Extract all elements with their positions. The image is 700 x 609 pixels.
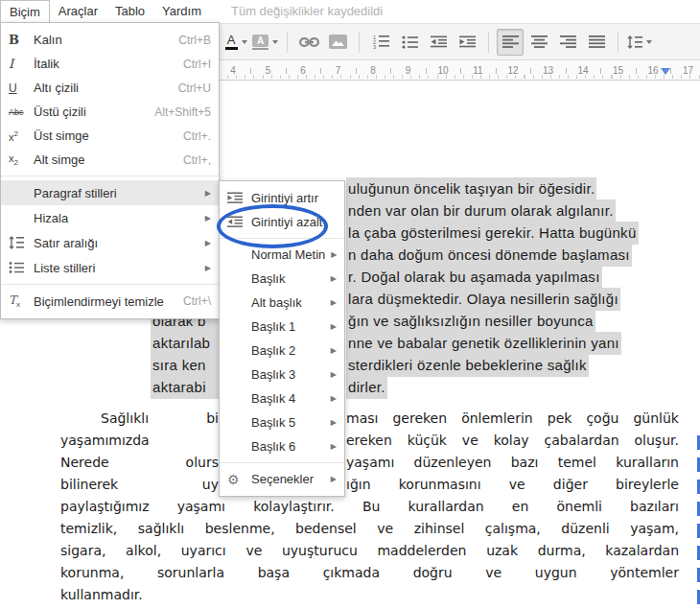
bullet-list-icon [402, 35, 418, 49]
submenu-arrow-icon: ▶ [331, 274, 337, 283]
ruler-tick [600, 68, 601, 74]
ruler-number: 16 [647, 65, 658, 76]
menu-item-label: Normal Metin [251, 247, 325, 262]
align-left-button[interactable] [497, 29, 524, 56]
highlight-color-button[interactable]: A [251, 29, 279, 56]
menu-item-heading-5[interactable]: Başlık 5▶ [220, 410, 344, 434]
menu-item-subtitle[interactable]: Alt başlık▶ [220, 291, 344, 315]
doc-line: aktarabidirler. [0, 379, 700, 401]
menubar-item-tablo[interactable]: Tablo [106, 0, 153, 22]
doc-text-selected: nne ve babalar genetik özelliklerinin ya… [346, 332, 621, 355]
menu-item-indent-increase[interactable]: Girintiyi artır [220, 186, 344, 210]
menu-item-subscript[interactable]: x2Alt simgeCtrl+, [1, 148, 219, 172]
insert-image-button[interactable] [324, 29, 351, 56]
doc-text: sigara,alkol,uyarıcıveuyuşturucumaddeler… [60, 543, 679, 558]
submenu-arrow-icon: ▶ [331, 394, 337, 403]
align-justify-button[interactable] [583, 29, 610, 56]
ruler-number: 10 [437, 65, 448, 76]
line-spacing-button[interactable] [626, 29, 653, 56]
ruler-number: 17 [683, 65, 693, 76]
ruler-tick [250, 68, 251, 74]
menu-item-heading-4[interactable]: Başlık 4▶ [220, 386, 344, 410]
doc-text: temizlik,sağlıklıbeslenme,bedenselvezihi… [60, 521, 679, 536]
menu-item-bold[interactable]: BKalınCtrl+B [1, 28, 219, 52]
google-docs-window: uluğunun öncelik taşıyan bir öğesidir.nd… [0, 0, 700, 609]
submenu-arrow-icon: ▶ [331, 370, 337, 379]
submenu-arrow-icon: ▶ [331, 442, 337, 451]
menu-item-label: Başlık 3 [251, 367, 325, 382]
line-spacing-icon [627, 35, 642, 49]
submenu-arrow-icon: ▶ [331, 418, 337, 427]
ruler-tick [566, 68, 567, 74]
menu-item-clear-formatting[interactable]: TxBiçimlendirmeyi temizleCtrl+\ [1, 289, 219, 314]
text-color-icon: A [225, 35, 238, 50]
menu-item-shortcut: Ctrl+I [183, 58, 211, 71]
menu-item-title[interactable]: Başlık▶ [220, 267, 344, 291]
doc-text-selected: aktarabi [151, 376, 222, 399]
menu-item-indent-decrease[interactable]: Girintiyi azalt [220, 210, 344, 234]
menu-item-options[interactable]: ⚙Seçenekler▶ [220, 467, 344, 491]
menu-item-shortcut: Ctrl+U [178, 82, 211, 95]
menu-item-strikethrough[interactable]: AbcÜstü çiziliAlt+Shift+5 [1, 100, 219, 124]
doc-text: korunma,sorunlarlabaşaçıkmadadoğruveuygu… [60, 565, 679, 580]
align-center-icon [531, 35, 548, 48]
svg-text:A: A [257, 35, 264, 46]
indent-decrease-button[interactable] [425, 29, 452, 56]
menu-item-label: Altı çizili [34, 81, 178, 95]
menu-item-paragraph-styles[interactable]: Paragraf stilleri▶ [1, 180, 219, 205]
menu-item-italic[interactable]: IİtalikCtrl+I [1, 52, 219, 76]
menu-item-heading-3[interactable]: Başlık 3▶ [220, 363, 344, 386]
numbered-list-icon: 123 [373, 35, 389, 49]
right-indent-marker[interactable] [661, 68, 670, 75]
indent-increase-button[interactable] [454, 29, 480, 56]
menubar-item-araclar[interactable]: Araçlar [50, 0, 106, 22]
ruler-tick [496, 68, 497, 74]
menu-item-label: Liste stilleri [34, 261, 199, 275]
doc-text-selected: uluğunun öncelik taşıyan bir öğesidir. [346, 177, 596, 200]
menubar-item-yardim[interactable]: Yardım [153, 0, 210, 22]
menu-bar: BiçimAraçlarTabloYardımTüm değişiklikler… [0, 0, 700, 23]
ruler-tick [636, 68, 637, 74]
dropdown-caret-icon [646, 40, 652, 44]
menu-item-label: Başlık 2 [251, 343, 325, 358]
menu-separator [220, 462, 344, 463]
menu-item-label: Üstü çizili [34, 105, 154, 119]
align-center-button[interactable] [525, 29, 552, 56]
menu-separator [220, 238, 344, 239]
menu-item-label: Başlık [251, 271, 325, 286]
doc-text-selected: la çaba gösterilmesi gerekir. Hatta bugü… [346, 222, 639, 245]
menu-item-normal-text[interactable]: Normal Metin▶ [220, 243, 344, 267]
menu-item-line-spacing[interactable]: Satır aralığı▶ [1, 230, 219, 255]
ruler-number: 11 [473, 65, 482, 76]
doc-line: kullanmadır. [0, 587, 700, 609]
menu-separator [1, 284, 219, 285]
menu-item-heading-2[interactable]: Başlık 2▶ [220, 339, 344, 363]
bullet-list-button[interactable] [396, 29, 423, 56]
menubar-item-bicim[interactable]: Biçim [0, 0, 50, 23]
doc-text: bilinerekuy [60, 477, 219, 492]
menu-item-label: Başlık 6 [251, 439, 325, 454]
menu-item-heading-6[interactable]: Başlık 6▶ [220, 434, 344, 458]
ruler-number: 9 [406, 65, 411, 76]
numbered-list-button[interactable]: 123 [367, 29, 394, 56]
align-right-icon [560, 35, 576, 48]
doc-line: Sağlıklıbimasıgerekenönlemlerinpekçoğugü… [0, 410, 700, 433]
insert-link-button[interactable] [295, 29, 322, 56]
ruler-tick [286, 68, 287, 74]
doc-text-selected: n daha doğum öncesi dönemde başlaması [346, 244, 632, 267]
doc-line: sigara,alkol,uyarıcıveuyuşturucumaddeler… [0, 543, 700, 565]
menu-item-underline[interactable]: UAltı çiziliCtrl+U [1, 76, 219, 100]
menu-item-align[interactable]: Hizala▶ [1, 205, 219, 230]
menu-item-shortcut: Ctrl+, [183, 153, 211, 167]
menu-item-superscript[interactable]: x2Üst simgeCtrl+. [1, 124, 219, 148]
align-right-button[interactable] [554, 29, 581, 56]
align-left-icon [502, 35, 519, 48]
doc-text: masıgerekenönlemlerinpekçoğugünlük [346, 410, 679, 426]
doc-text-selected: lara düşmektedir. Olaya nesillerin sağlı… [346, 288, 620, 311]
menu-item-heading-1[interactable]: Başlık 1▶ [220, 315, 344, 339]
text-color-button[interactable]: A [222, 29, 249, 56]
indent-decrease-icon [227, 216, 251, 228]
ruler-tick [530, 68, 531, 74]
menu-item-list-styles[interactable]: Liste stilleri▶ [1, 255, 219, 280]
dropdown-caret-icon [272, 40, 278, 44]
